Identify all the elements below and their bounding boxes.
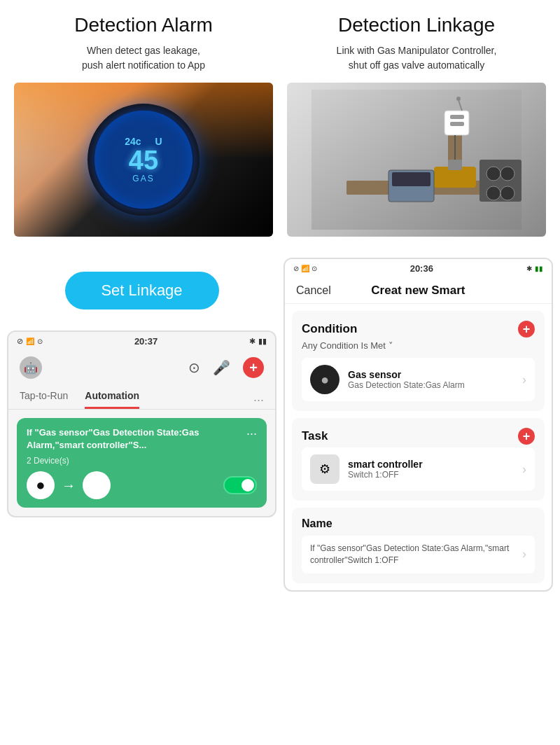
tabs-row: Tap-to-Run Automation ... — [8, 384, 275, 410]
controller-icon: ⚙ — [91, 478, 102, 493]
bottom-left-section: Set Linkage ⊘ 📶 ⊙ 20:37 ✱ ▮▮ 🤖 — [7, 258, 276, 592]
smart-controller-device-icon: ⚙ — [83, 471, 111, 499]
camera-icon[interactable]: ⊙ — [188, 359, 200, 376]
bluetooth-icon: ✱ — [249, 337, 255, 346]
task-row-chevron[interactable]: › — [522, 462, 526, 477]
condition-device-state: Gas Detection State:Gas Alarm — [348, 380, 514, 390]
condition-device-icon: ● — [310, 365, 340, 394]
detection-linkage-desc: Link with Gas Manipulator Controller, sh… — [287, 43, 546, 73]
svg-rect-4 — [448, 160, 462, 170]
svg-point-15 — [500, 186, 514, 200]
svg-point-17 — [456, 97, 461, 101]
task-header: Task + — [302, 428, 535, 445]
task-block: Task + ⚙ smart controller Switch 1:OFF › — [292, 418, 545, 501]
tab-more[interactable]: ... — [253, 390, 264, 409]
create-new-smart-title: Creat new Smart — [371, 284, 465, 298]
task-add-button[interactable]: + — [518, 428, 535, 445]
status-right-icons: ✱ ▮▮ — [249, 337, 267, 346]
right-bluetooth-icon: ✱ — [526, 265, 532, 272]
svg-point-12 — [486, 167, 500, 181]
detection-linkage-title: Detection Linkage — [287, 14, 546, 36]
phone-nav-bar: 🤖 ⊙ 🎤 + — [8, 351, 275, 384]
status-left-icons: ⊘ 📶 ⊙ — [17, 337, 43, 346]
condition-device-info: Gas sensor Gas Detection State:Gas Alarm — [348, 369, 514, 390]
gas-sensor-icon: ● — [321, 372, 329, 388]
phone-left-status-bar: ⊘ 📶 ⊙ 20:37 ✱ ▮▮ — [8, 332, 275, 351]
phone-left-mockup: ⊘ 📶 ⊙ 20:37 ✱ ▮▮ 🤖 ⊙ 🎤 + — [7, 330, 276, 517]
arrow-icon: → — [62, 478, 76, 494]
phone-right-header: Cancel Creat new Smart — [285, 278, 552, 304]
tab-tap-to-run[interactable]: Tap-to-Run — [20, 390, 68, 409]
avatar-icon: 🤖 — [24, 361, 38, 375]
right-status-left: ⊘ 📶 ⊙ — [293, 265, 317, 272]
nav-icons-group: ⊙ 🎤 + — [188, 357, 264, 378]
gas-value: 45 — [129, 147, 158, 174]
gas-display: 24c U 45 GAS — [94, 111, 192, 209]
right-battery-icon: ▮▮ — [535, 265, 543, 272]
svg-point-13 — [500, 167, 514, 181]
gas-circle: 24c U 45 GAS — [88, 104, 200, 216]
tab-automation[interactable]: Automation — [85, 390, 139, 409]
battery-icon: ▮▮ — [258, 337, 267, 346]
condition-add-button[interactable]: + — [518, 321, 535, 337]
signal-icon: ⊘ — [17, 337, 23, 346]
pipe-svg — [312, 90, 522, 230]
card-header: If "Gas sensor"Gas Detection State:Gas A… — [27, 426, 257, 452]
card-device-count: 2 Device(s) — [27, 456, 257, 466]
gas-sensor-device-icon: ● — [27, 471, 55, 499]
svg-rect-6 — [392, 172, 430, 186]
right-signal-icon: ⊘ 📶 ⊙ — [293, 265, 317, 272]
set-linkage-button[interactable]: Set Linkage — [65, 272, 219, 309]
condition-block: Condition + Any Condition Is Met ˅ ● Gas… — [292, 311, 545, 411]
detection-alarm-section: Detection Alarm When detect gas leakage,… — [7, 14, 280, 237]
card-title: If "Gas sensor"Gas Detection State:Gas A… — [27, 426, 246, 452]
detection-linkage-section: Detection Linkage Link with Gas Manipula… — [280, 14, 553, 237]
mic-icon[interactable]: 🎤 — [213, 359, 230, 376]
card-devices-row: ● → ⚙ — [27, 471, 257, 499]
network-icon: ⊙ — [37, 337, 43, 345]
gas-label: GAS — [132, 174, 154, 183]
name-label: Name — [302, 517, 535, 530]
condition-sub-label: Any Condition Is Met ˅ — [302, 340, 535, 351]
task-device-name: smart controller — [348, 459, 514, 470]
controller-task-icon: ⚙ — [319, 461, 330, 477]
chevron-down-icon[interactable]: ˅ — [388, 340, 393, 351]
condition-device-name: Gas sensor — [348, 369, 514, 380]
name-section: Name If "Gas sensor"Gas Detection State:… — [292, 508, 545, 583]
automation-card: If "Gas sensor"Gas Detection State:Gas A… — [17, 418, 267, 508]
phone-left-time: 20:37 — [134, 336, 158, 347]
name-row-chevron[interactable]: › — [522, 547, 526, 562]
task-device-row[interactable]: ⚙ smart controller Switch 1:OFF › — [302, 447, 535, 491]
card-more-button[interactable]: ··· — [246, 426, 257, 441]
svg-rect-9 — [450, 122, 464, 126]
task-title: Task — [302, 429, 328, 443]
right-status-right: ✱ ▮▮ — [526, 265, 543, 272]
svg-rect-8 — [450, 115, 464, 119]
add-button[interactable]: + — [243, 357, 264, 378]
name-value-text: If "Gas sensor"Gas Detection State:Gas A… — [310, 543, 522, 566]
phone-right-time: 20:36 — [410, 263, 433, 274]
avatar: 🤖 — [20, 356, 42, 379]
gas-sensor-image: 24c U 45 GAS — [14, 83, 273, 237]
phone-right-mockup: ⊘ 📶 ⊙ 20:36 ✱ ▮▮ Cancel Creat new Smart … — [284, 258, 553, 592]
bottom-right-section: ⊘ 📶 ⊙ 20:36 ✱ ▮▮ Cancel Creat new Smart … — [284, 258, 553, 592]
detection-alarm-desc: When detect gas leakage, push alert noti… — [14, 43, 273, 73]
task-device-info: smart controller Switch 1:OFF — [348, 459, 514, 480]
svg-point-14 — [486, 186, 500, 200]
gas-icon: ● — [36, 476, 45, 494]
name-value-row[interactable]: If "Gas sensor"Gas Detection State:Gas A… — [302, 536, 535, 573]
condition-device-row[interactable]: ● Gas sensor Gas Detection State:Gas Ala… — [302, 358, 535, 401]
phone-right-status-bar: ⊘ 📶 ⊙ 20:36 ✱ ▮▮ — [285, 259, 552, 278]
condition-header: Condition + — [302, 321, 535, 337]
automation-toggle[interactable] — [223, 476, 257, 494]
condition-title: Condition — [302, 322, 357, 336]
wifi-icon: 📶 — [26, 337, 34, 345]
detection-alarm-title: Detection Alarm — [14, 14, 273, 36]
task-device-state: Switch 1:OFF — [348, 470, 514, 480]
task-device-icon: ⚙ — [310, 454, 340, 484]
linkage-image — [287, 83, 546, 237]
condition-row-chevron[interactable]: › — [522, 372, 526, 387]
cancel-button[interactable]: Cancel — [296, 284, 331, 297]
